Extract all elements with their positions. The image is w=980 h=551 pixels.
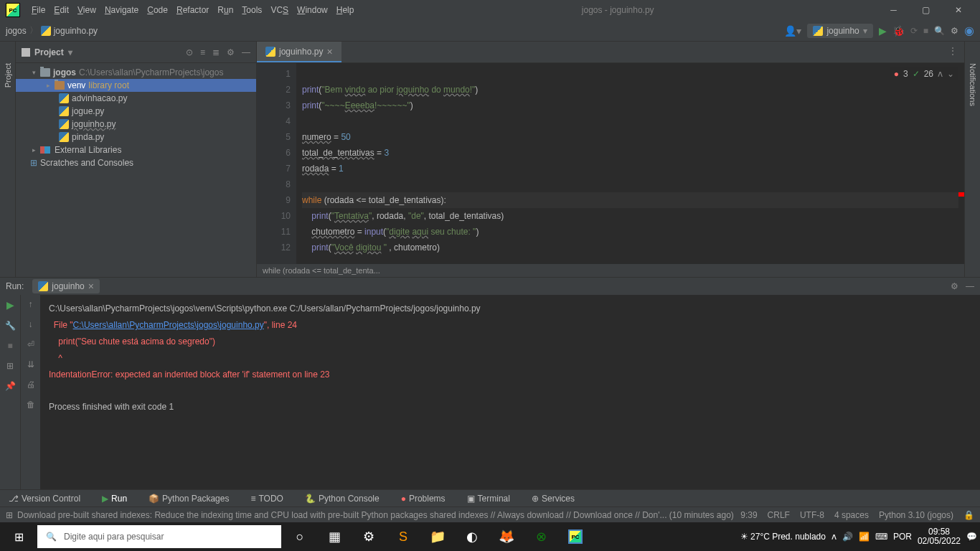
trash-icon[interactable]: 🗑	[27, 400, 35, 410]
tree-external-libs[interactable]: ▸External Libraries	[16, 143, 256, 156]
status-eol[interactable]: CRLF	[768, 510, 790, 520]
collapse-all-icon[interactable]: ≣	[212, 47, 220, 57]
tree-scratches[interactable]: ⊞Scratches and Consoles	[16, 156, 256, 169]
wrench-icon[interactable]: 🔧	[5, 321, 16, 331]
tray-clock[interactable]: 09:58 02/05/2022	[918, 527, 961, 546]
task-view-icon[interactable]: ○	[284, 524, 316, 550]
close-button[interactable]: ✕	[942, 0, 974, 20]
status-indexes-icon[interactable]: ⊞	[6, 510, 13, 520]
menu-refactor[interactable]: Refactor	[172, 5, 213, 15]
status-encoding[interactable]: UTF-8	[800, 510, 824, 520]
pin-icon[interactable]: 📌	[5, 381, 16, 391]
menu-file[interactable]: File	[27, 5, 50, 15]
tray-up-icon[interactable]: ʌ	[831, 532, 837, 542]
console-output[interactable]: C:\Users\allan\PycharmProjects\jogos\ven…	[40, 295, 980, 489]
editor-more-icon[interactable]: ⋮	[941, 42, 964, 62]
stop-icon[interactable]: ■	[7, 341, 12, 351]
tree-root[interactable]: ▾ jogos C:\Users\allan\PycharmProjects\j…	[16, 66, 256, 79]
maximize-button[interactable]: ▢	[910, 0, 942, 20]
panel-settings-icon[interactable]: ⚙	[227, 47, 235, 57]
run-hide-icon[interactable]: —	[966, 281, 974, 291]
run-settings-icon[interactable]: ⚙	[951, 281, 958, 291]
sublime-icon[interactable]: S	[387, 524, 419, 550]
gutter[interactable]: 1 2 3 4 5 6 7 8 9 10 11 12	[257, 63, 296, 264]
coverage-button[interactable]: ⟳	[910, 26, 918, 36]
tree-file[interactable]: jogue.py	[16, 105, 256, 118]
status-message[interactable]: Download pre-built shared indexes: Reduc…	[17, 510, 734, 520]
select-opened-icon[interactable]: ⊙	[186, 47, 193, 57]
panel-hide-icon[interactable]: —	[242, 47, 250, 57]
menu-code[interactable]: Code	[143, 5, 172, 15]
user-icon[interactable]: 👤▾	[784, 25, 801, 37]
settings-app-icon[interactable]: ⚙	[353, 524, 385, 550]
breadcrumb-root[interactable]: jogos	[6, 26, 27, 36]
problems-summary[interactable]: ●3 ✓26 ʌ⌄	[890, 67, 958, 80]
menu-edit[interactable]: Edit	[50, 5, 73, 15]
sidebar-project-tab[interactable]: Project	[4, 63, 12, 88]
tray-notifications-icon[interactable]: 💬	[966, 532, 977, 542]
down-icon[interactable]: ↓	[29, 319, 33, 329]
tool-tab-todo[interactable]: ≡TODO	[250, 494, 283, 504]
close-icon[interactable]: ×	[88, 281, 94, 292]
explorer-icon[interactable]: 📁	[422, 524, 453, 550]
editor-breadcrumb[interactable]: while (rodada <= total_de_tenta...	[257, 264, 964, 277]
run-button[interactable]: ▶	[879, 25, 887, 37]
menu-view[interactable]: View	[73, 5, 100, 15]
menu-help[interactable]: Help	[332, 5, 359, 15]
sidebar-notifications-tab[interactable]: Notifications	[969, 63, 977, 106]
code-area[interactable]: print("Bem vindo ao pior joguinho do mun…	[296, 63, 964, 264]
editor-content[interactable]: ●3 ✓26 ʌ⌄ 1 2 3 4 5 6 7 8 9 10 11 12 pri…	[257, 63, 964, 264]
run-tab[interactable]: joguinho ×	[32, 279, 100, 293]
settings-icon[interactable]: ⚙	[951, 26, 958, 36]
breadcrumb-file[interactable]: joguinho.py	[54, 26, 98, 36]
xbox-icon[interactable]: ⊗	[525, 524, 557, 550]
tab-close-icon[interactable]: ×	[326, 46, 332, 57]
tool-tab-services[interactable]: ⊕Services	[532, 494, 575, 504]
tree-venv[interactable]: ▸ venv library root	[16, 79, 256, 92]
status-lock-icon[interactable]: 🔒	[963, 510, 974, 520]
debug-button[interactable]: 🐞	[892, 25, 905, 37]
stop-button[interactable]: ■	[923, 26, 928, 36]
pycharm-taskbar-icon[interactable]: PC	[560, 524, 591, 550]
scroll-icon[interactable]: ⇊	[27, 359, 34, 369]
pinned-app-icon[interactable]: ▦	[319, 524, 350, 550]
tray-keyboard-icon[interactable]: ⌨	[875, 532, 887, 542]
tool-tab-pyconsole[interactable]: 🐍Python Console	[305, 494, 380, 504]
tree-file[interactable]: pinda.py	[16, 131, 256, 143]
layout-icon[interactable]: ⊞	[6, 361, 14, 371]
project-panel-title[interactable]: Project	[34, 47, 64, 57]
tool-tab-vc[interactable]: ⎇Version Control	[9, 494, 80, 504]
menu-window[interactable]: Window	[293, 5, 332, 15]
steam-icon[interactable]: ◐	[456, 524, 488, 550]
breadcrumb[interactable]: jogos 〉 joguinho.py	[6, 24, 98, 37]
weather-widget[interactable]: ☀ 27°C Pred. nublado	[740, 532, 826, 542]
run-config-selector[interactable]: joguinho ▾	[807, 24, 872, 38]
menu-tools[interactable]: Tools	[237, 5, 266, 15]
taskbar-search[interactable]: 🔍 Digite aqui para pesquisar	[37, 525, 281, 548]
wrap-icon[interactable]: ⏎	[27, 339, 34, 349]
rerun-button[interactable]: ▶	[6, 299, 14, 311]
tree-file[interactable]: joguinho.py	[16, 118, 256, 131]
editor-tab[interactable]: joguinho.py ×	[257, 42, 341, 62]
tool-tab-run[interactable]: ▶Run	[102, 494, 127, 504]
status-interpreter[interactable]: Python 3.10 (jogos)	[879, 510, 953, 520]
menu-run[interactable]: Run	[213, 5, 237, 15]
tray-language[interactable]: POR	[893, 532, 912, 542]
jetbrains-icon[interactable]: ◉	[964, 24, 974, 37]
search-icon[interactable]: 🔍	[934, 26, 945, 36]
status-position[interactable]: 9:39	[740, 510, 757, 520]
tray-volume-icon[interactable]: 🔊	[842, 532, 853, 542]
minimize-button[interactable]: ─	[877, 0, 910, 20]
tool-tab-packages[interactable]: 📦Python Packages	[149, 494, 229, 504]
tool-tab-problems[interactable]: ●Problems	[401, 494, 446, 504]
console-file-link[interactable]: C:\Users\allan\PycharmProjects\jogos\jog…	[73, 320, 264, 330]
status-indent[interactable]: 4 spaces	[834, 510, 869, 520]
menu-vcs[interactable]: VCS	[266, 5, 293, 15]
menu-navigate[interactable]: Navigate	[100, 5, 143, 15]
expand-all-icon[interactable]: ≡	[200, 47, 205, 57]
up-icon[interactable]: ↑	[29, 299, 33, 309]
start-button[interactable]: ⊞	[3, 524, 34, 550]
tool-tab-terminal[interactable]: ▣Terminal	[467, 494, 510, 504]
print-icon[interactable]: 🖨	[27, 380, 35, 390]
firefox-icon[interactable]: 🦊	[491, 524, 522, 550]
